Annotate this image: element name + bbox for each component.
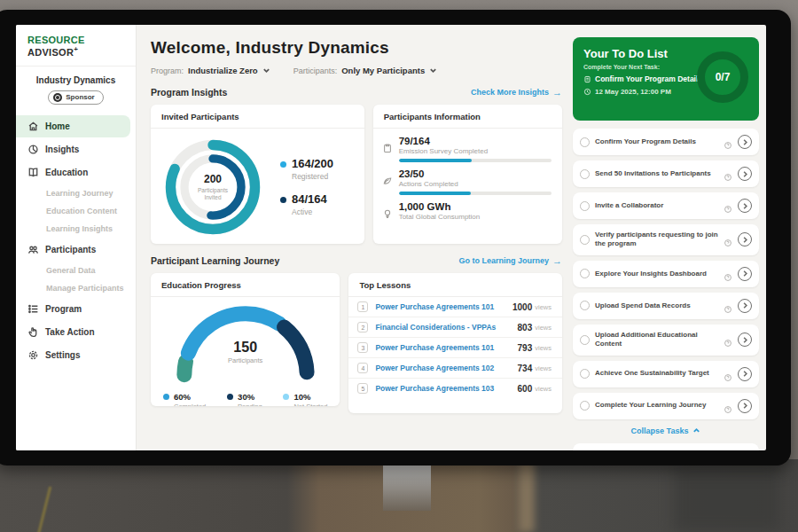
sidebar-item-insights[interactable]: Insights [16, 138, 130, 160]
task-open-button[interactable] [738, 232, 752, 246]
task-checkbox[interactable] [580, 235, 590, 245]
task-checkbox[interactable] [580, 301, 590, 310]
task-row[interactable]: Invite a Collaborator [573, 192, 759, 219]
task-checkbox[interactable] [580, 169, 590, 179]
sidebar-item-participants[interactable]: Participants [16, 239, 130, 261]
chevron-right-icon [741, 270, 749, 278]
task-checkbox[interactable] [580, 401, 590, 411]
sidebar-item-general-data[interactable]: General Data [16, 262, 136, 279]
hand-icon [27, 326, 39, 338]
task-open-button[interactable] [738, 399, 752, 413]
chevron-up-icon [692, 426, 700, 434]
check-more-insights-link[interactable]: Check More Insights → [471, 88, 562, 98]
lesson-link[interactable]: Financial Considerations - VPPAs [375, 323, 517, 332]
help-icon[interactable] [724, 137, 732, 146]
help-icon[interactable] [724, 169, 732, 178]
sidebar-item-manage-participants[interactable]: Manage Participants [16, 279, 136, 297]
task-checkbox[interactable] [580, 201, 590, 211]
org-name: Industry Dynamics [16, 75, 136, 85]
clipboard-icon [382, 143, 393, 153]
chevron-down-icon [429, 66, 437, 74]
learning-journey-header: Participant Learning Journey Go to Learn… [151, 255, 562, 266]
chevron-right-icon [741, 370, 749, 378]
todo-hero-card: Your To Do List Complete Your Next Task:… [573, 37, 759, 121]
app-logo: RESOURCE ADVISOR+ [16, 35, 136, 66]
task-open-button[interactable] [738, 199, 752, 213]
help-icon[interactable] [724, 301, 732, 310]
task-open-button[interactable] [738, 299, 752, 313]
chevron-right-icon [741, 336, 749, 344]
task-row[interactable]: Achieve One Sustainability Target [573, 361, 759, 387]
sidebar: RESOURCE ADVISOR+ Industry Dynamics Spon… [16, 25, 137, 450]
program-filter[interactable]: Program: Industrialize Zero [151, 66, 270, 75]
arrow-right-icon: → [552, 256, 562, 266]
go-to-learning-journey-link[interactable]: Go to Learning Journey → [458, 256, 562, 266]
lesson-row: 3 Power Purchase Agreements 101 793 view… [348, 338, 562, 358]
sidebar-item-take-action[interactable]: Take Action [16, 321, 130, 343]
task-open-button[interactable] [738, 135, 752, 149]
sidebar-item-home[interactable]: Home [16, 115, 130, 137]
journey-cards-row: Education Progress 150 Participants [151, 273, 562, 413]
task-row[interactable]: Send 50 Invitations to Participants [573, 160, 759, 187]
sidebar-item-education[interactable]: Education [16, 161, 130, 184]
lesson-row: 2 Financial Considerations - VPPAs 803 v… [348, 317, 562, 338]
legend-not-started: 10% Not Started [283, 392, 327, 406]
sidebar-item-program[interactable]: Program [16, 298, 130, 320]
home-icon [27, 121, 39, 132]
bulb-icon [382, 208, 393, 219]
gauge-total: 150 [170, 340, 321, 356]
education-gauge-chart: 150 Participants [170, 302, 321, 387]
sidebar-item-settings[interactable]: Settings [16, 344, 130, 366]
education-progress-card: Education Progress 150 Participants [151, 273, 340, 406]
lesson-row: 4 Power Purchase Agreements 102 734 view… [348, 358, 562, 379]
task-row[interactable]: Verify participants requesting to join t… [573, 224, 759, 255]
insights-cards-row: Invited Participants 200 Partic [151, 105, 562, 244]
task-row[interactable]: Explore Your Insights Dashboard [573, 261, 759, 287]
task-checkbox[interactable] [580, 137, 590, 147]
invited-total: 200 [204, 173, 222, 185]
document-icon [583, 75, 591, 83]
stat-actions-completed: 23/50 Actions Completed [382, 168, 552, 195]
collapse-tasks-link[interactable]: Collapse Tasks [573, 419, 759, 443]
background-blur [519, 461, 535, 532]
sidebar-item-learning-journey[interactable]: Learning Journey [16, 184, 136, 202]
arrow-right-icon: → [552, 88, 562, 98]
help-icon[interactable] [724, 201, 732, 210]
help-icon[interactable] [724, 370, 732, 379]
chevron-right-icon [741, 301, 749, 309]
sidebar-item-learning-insights[interactable]: Learning Insights [16, 220, 136, 238]
people-icon [27, 244, 39, 255]
leaf-icon [382, 176, 393, 186]
invited-donut-chart: 200 Participants Invited [158, 132, 268, 242]
help-icon[interactable] [724, 270, 732, 278]
help-icon[interactable] [724, 335, 732, 344]
task-open-button[interactable] [738, 267, 752, 281]
help-icon[interactable] [724, 235, 732, 244]
invited-participants-card: Invited Participants 200 Partic [151, 105, 364, 244]
task-open-button[interactable] [738, 367, 752, 381]
lesson-row: 1 Power Purchase Agreements 101 1000 vie… [348, 297, 562, 317]
task-row[interactable]: Upload Spend Data Records [573, 293, 759, 319]
stat-emission-survey: 79/164 Emission Survey Completed [382, 136, 552, 162]
lesson-link[interactable]: Power Purchase Agreements 103 [375, 384, 517, 393]
task-checkbox[interactable] [580, 369, 590, 379]
task-checkbox[interactable] [580, 335, 590, 345]
background-blur [674, 466, 780, 532]
progress-bar [399, 192, 552, 195]
task-open-button[interactable] [738, 167, 752, 181]
help-icon[interactable] [724, 402, 732, 411]
sidebar-item-education-content[interactable]: Education Content [16, 202, 136, 220]
chevron-down-icon [262, 66, 270, 74]
stat-global-consumption: 1,000 GWh Total Global Consumption [382, 201, 552, 221]
participants-filter[interactable]: Participants: Only My Participants [293, 66, 438, 75]
task-row[interactable]: Confirm Your Program Details [573, 129, 759, 155]
task-row[interactable]: Upload Additional Educational Content [573, 325, 759, 356]
sponsor-badge: Sponsor [48, 90, 103, 105]
lesson-link[interactable]: Power Purchase Agreements 101 [375, 343, 517, 352]
lesson-link[interactable]: Power Purchase Agreements 101 [375, 302, 512, 311]
task-row[interactable]: Complete Your Learning Journey [573, 393, 759, 419]
task-checkbox[interactable] [580, 269, 590, 278]
lesson-link[interactable]: Power Purchase Agreements 102 [375, 364, 517, 372]
clock-icon [583, 88, 591, 96]
task-open-button[interactable] [738, 332, 752, 347]
